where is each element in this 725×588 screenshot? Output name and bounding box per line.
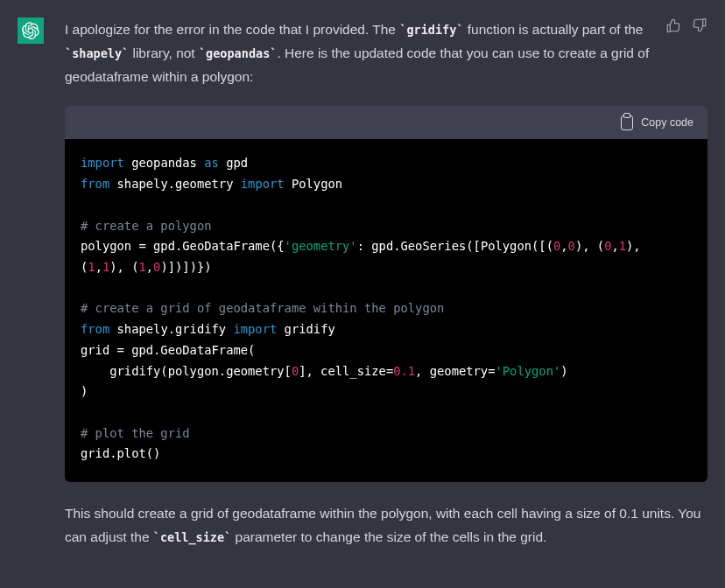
assistant-avatar <box>18 18 44 44</box>
message-content: I apologize for the error in the code th… <box>65 18 707 549</box>
text: parameter to change the size of the cell… <box>231 529 546 544</box>
thumbs-up-icon <box>665 18 681 33</box>
text: function is actually part of the <box>463 22 643 37</box>
intro-paragraph: I apologize for the error in the code th… <box>65 18 707 88</box>
copy-code-button[interactable]: Copy code <box>641 116 693 129</box>
code-body: import geopandas as gpdfrom shapely.geom… <box>65 139 707 482</box>
inline-code-shapely: `shapely` <box>65 46 129 60</box>
outro-paragraph: This should create a grid of geodatafram… <box>65 501 707 549</box>
text: library, not <box>129 46 199 60</box>
text: I apologize for the error in the code th… <box>65 22 399 37</box>
assistant-message: I apologize for the error in the code th… <box>0 0 725 566</box>
feedback-buttons <box>665 18 707 33</box>
thumbs-up-button[interactable] <box>665 18 681 33</box>
thumbs-down-icon <box>692 18 707 33</box>
openai-logo-icon <box>22 22 39 39</box>
code-block: Copy code import geopandas as gpdfrom sh… <box>65 106 707 482</box>
clipboard-icon <box>621 116 633 130</box>
code-header: Copy code <box>65 106 707 139</box>
inline-code-gridify: `gridify` <box>399 23 463 37</box>
inline-code-geopandas: `geopandas` <box>199 46 277 60</box>
thumbs-down-button[interactable] <box>692 18 707 33</box>
inline-code-cellsize: `cell_size` <box>153 530 231 544</box>
